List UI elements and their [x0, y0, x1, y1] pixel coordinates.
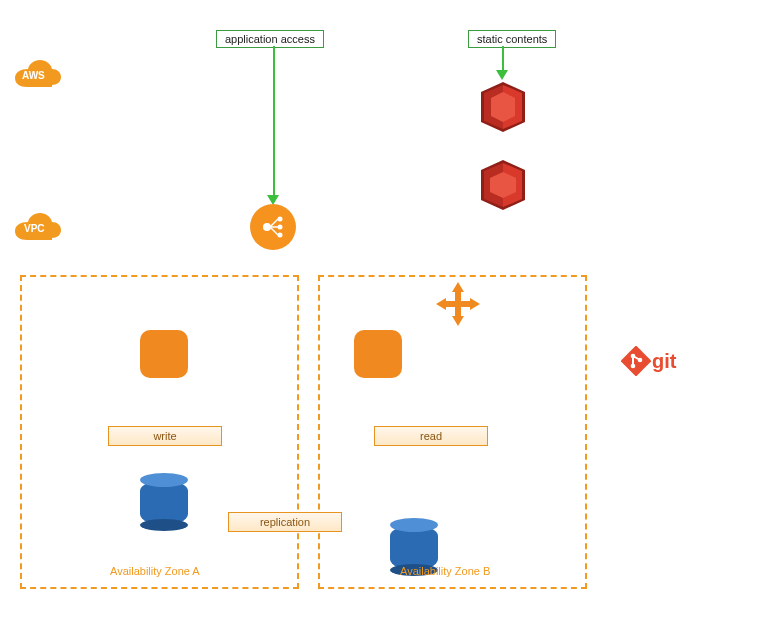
cloudfront-icon — [475, 82, 531, 136]
svg-rect-20 — [444, 301, 472, 307]
replication-label: replication — [228, 512, 342, 532]
architecture-diagram: application access static contents AWS V… — [0, 0, 768, 628]
rds-database-a — [140, 480, 188, 525]
svg-point-0 — [263, 223, 271, 231]
arrow-static-contents-head — [496, 70, 508, 80]
svg-marker-10 — [491, 92, 515, 122]
ec2-instance-b — [354, 330, 402, 378]
git-icon — [621, 346, 651, 380]
svg-rect-21 — [621, 346, 651, 376]
load-balancer-icon — [250, 204, 296, 250]
az-b-caption: Availability Zone B — [400, 565, 490, 577]
arrow-app-access — [273, 46, 275, 196]
svg-point-2 — [278, 225, 283, 230]
vpc-cloud-label: VPC — [24, 223, 45, 234]
aws-cloud-label: AWS — [22, 70, 45, 81]
arrow-static-contents — [502, 46, 504, 71]
rds-database-b — [390, 525, 438, 570]
git-label: git — [652, 350, 676, 373]
ec2-instance-a — [140, 330, 188, 378]
az-a-caption: Availability Zone A — [110, 565, 200, 577]
s3-icon — [475, 160, 531, 214]
static-contents-label: static contents — [468, 30, 556, 48]
svg-point-3 — [278, 233, 283, 238]
svg-line-6 — [270, 227, 278, 235]
application-access-label: application access — [216, 30, 324, 48]
svg-point-1 — [278, 217, 283, 222]
scale-arrows-icon — [436, 282, 480, 330]
write-label: write — [108, 426, 222, 446]
svg-line-4 — [270, 219, 278, 227]
read-label: read — [374, 426, 488, 446]
